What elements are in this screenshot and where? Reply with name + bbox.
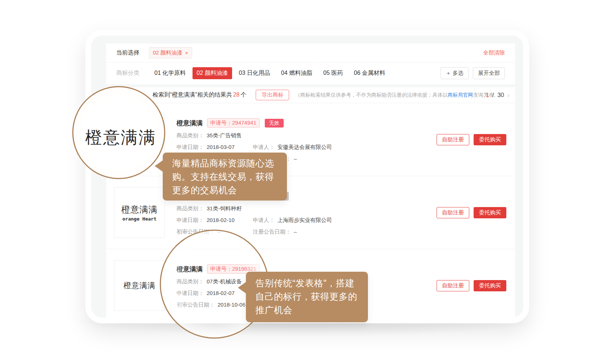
trademark-name: 橙意满满 (177, 119, 203, 128)
clear-all-button[interactable]: 全部清除 (483, 49, 505, 56)
applicant-label: 申请人： (253, 217, 275, 224)
filter-panel: 当前选择 02 颜料油漆 × 全部清除 商标分类 01 化学原料 02 颜料油漆… (106, 44, 515, 84)
tooltip-arrow-icon (155, 160, 163, 172)
tab-category-01[interactable]: 01 化学原料 (150, 67, 190, 79)
row-actions: 自助注册 委托购买 (437, 280, 506, 291)
prev-page-icon[interactable]: ‹ (480, 92, 482, 99)
apply-date-label: 申请日期： (177, 217, 204, 224)
expand-all-button[interactable]: 展开全部 (473, 67, 505, 79)
entrust-buy-button[interactable]: 委托购买 (474, 134, 506, 145)
application-number-value: 29474941 (232, 120, 256, 126)
apply-date-field: 申请日期： 2018-03-07 (177, 144, 253, 151)
page-separator: / (492, 92, 494, 99)
self-register-button[interactable]: 自助注册 (437, 207, 469, 218)
tooltip-arrow-icon (238, 282, 247, 294)
multi-select-button[interactable]: ＋ 多选 (441, 67, 469, 79)
tab-category-02-selected[interactable]: 02 颜料油漆 (192, 67, 232, 79)
current-selection-row: 当前选择 02 颜料油漆 × 全部清除 (106, 44, 515, 62)
tab-category-04[interactable]: 04 燃料油脂 (277, 67, 316, 79)
selected-filter-chip[interactable]: 02 颜料油漆 × (149, 47, 192, 58)
reg-publication-field: 注册公告日期： – (253, 228, 297, 235)
trademark-image: 橙意满满 orange Heart (114, 187, 165, 238)
results-summary: 检索到“橙意满满”相关的结果共28个 (153, 91, 246, 99)
trademark-image-text: 橙意满满 (123, 280, 155, 291)
reg-publication-value: – (294, 155, 297, 162)
application-number-label: 申请号： (210, 120, 232, 126)
entrust-buy-button[interactable]: 委托购买 (474, 207, 506, 218)
category-field-value: 35类-广告销售 (207, 132, 242, 139)
tab-category-03[interactable]: 03 日化用品 (235, 67, 274, 79)
self-register-button[interactable]: 自助注册 (437, 280, 469, 291)
reg-publication-label: 注册公告日期： (253, 228, 291, 235)
status-badge: 无效 (265, 119, 284, 128)
apply-date-field: 申请日期： 2018-02-10 (177, 217, 253, 224)
category-field-value: 31类-饲料种籽 (207, 205, 242, 212)
remove-chip-icon[interactable]: × (185, 50, 188, 56)
magnifier-circle: 橙意满满 (72, 86, 165, 179)
application-number-badge: 申请号：29474941 (207, 118, 260, 128)
next-page-icon[interactable]: › (507, 92, 510, 99)
results-count: 28 (233, 92, 240, 98)
tooltip-marketplace: 海量精品商标资源随心选购。支持在线交易，获得更多的交易机会 (163, 153, 287, 201)
tooltip-promotion-text: 告别传统“发表格”，搭建自己的标行，获得更多的推广机会 (255, 278, 357, 315)
results-disclaimer: （商标检索结果仅供参考，不作为商标能否注册的法律依据；具体以商标局官网查询为准。… (295, 92, 503, 98)
tab-category-06[interactable]: 06 金属材料 (350, 67, 389, 79)
category-label: 商标分类 (116, 69, 139, 77)
apply-date-value: 2018-03-07 (207, 144, 235, 151)
applicant-field: 申请人： 上海雨步实业有限公司 (253, 217, 332, 224)
tab-category-05[interactable]: 05 医药 (319, 67, 347, 79)
category-field-label: 商品类别： (177, 205, 204, 212)
results-header: 检索到“橙意满满”相关的结果共28个 导出商标 （商标检索结果仅供参考，不作为商… (106, 87, 515, 103)
pagination: ‹ 1 / 30 › (474, 87, 515, 103)
tooltip-marketplace-text: 海量精品商标资源随心选购。支持在线交易，获得更多的交易机会 (172, 158, 274, 195)
applicant-value: 安徽美达会展有限公司 (277, 144, 332, 151)
page: 当前选择 02 颜料油漆 × 全部清除 商标分类 01 化学原料 02 颜料油漆… (0, 0, 616, 364)
trademark-office-link[interactable]: 商标局官网 (447, 92, 473, 98)
results-summary-unit: 个 (240, 92, 246, 98)
total-pages: 30 (497, 92, 504, 99)
current-selection-label: 当前选择 (116, 49, 139, 57)
results-summary-text: 检索到“橙意满满”相关的结果共 (153, 92, 232, 98)
magnified-trademark-text: 橙意满满 (85, 126, 157, 149)
tooltip-promotion: 告别传统“发表格”，搭建自己的标行，获得更多的推广机会 (246, 272, 368, 322)
apply-date-label: 申请日期： (177, 144, 204, 151)
category-field: 商品类别： 31类-饲料种籽 (177, 205, 242, 212)
category-actions: ＋ 多选 展开全部 (441, 67, 505, 79)
applicant-label: 申请人： (253, 144, 275, 151)
trademark-image-text: 橙意满满 (121, 204, 158, 215)
row-actions: 自助注册 委托购买 (437, 207, 506, 218)
current-page: 1 (486, 92, 489, 99)
apply-date-value: 2018-02-10 (207, 217, 235, 224)
trademark-image: 橙意满满 (114, 260, 165, 311)
disclaimer-prefix: （商标检索结果仅供参考，不作为商标能否注册的法律依据；具体以 (295, 92, 447, 98)
self-register-button[interactable]: 自助注册 (437, 134, 469, 145)
trademark-image-subtext: orange Heart (122, 216, 157, 222)
category-row: 商标分类 01 化学原料 02 颜料油漆 03 日化用品 04 燃料油脂 05 … (106, 62, 515, 84)
applicant-value: 上海雨步实业有限公司 (277, 217, 332, 224)
applicant-field: 申请人： 安徽美达会展有限公司 (253, 144, 332, 151)
category-field-label: 商品类别： (177, 132, 204, 139)
entrust-buy-button[interactable]: 委托购买 (474, 280, 506, 291)
selected-filter-chip-label: 02 颜料油漆 (153, 49, 182, 56)
row-actions: 自助注册 委托购买 (437, 134, 506, 145)
category-field: 商品类别： 35类-广告销售 (177, 132, 242, 139)
category-tabs: 01 化学原料 02 颜料油漆 03 日化用品 04 燃料油脂 05 医药 06… (150, 67, 389, 79)
export-trademark-button[interactable]: 导出商标 (256, 90, 289, 100)
reg-publication-value: – (294, 228, 297, 235)
